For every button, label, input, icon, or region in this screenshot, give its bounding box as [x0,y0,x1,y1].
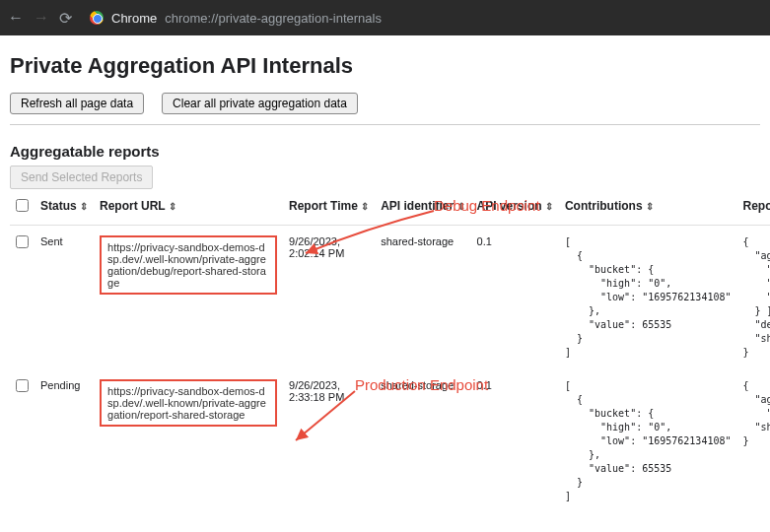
cell-contrib: [ { "bucket": { "high": "0", "low": "169… [565,379,732,503]
cell-status: Sent [35,226,94,370]
row-checkbox[interactable] [16,379,29,392]
col-api-ver[interactable]: API version ⇕ [471,189,559,226]
cell-api-ver: 0.1 [471,369,559,513]
cell-url: https://privacy-sandbox-demos-dsp.dev/.w… [100,379,277,427]
reports-table: Status ⇕ Report URL ⇕ Report Time ⇕ API … [10,189,770,513]
cell-status: Pending [35,369,94,513]
browser-toolbar: ← → ⟳ Chrome chrome://private-aggregatio… [0,0,770,35]
divider [10,124,760,125]
url-scheme: Chrome [111,11,157,26]
url-text: chrome://private-aggregation-internals [165,11,382,26]
select-all-checkbox[interactable] [16,199,29,212]
back-icon[interactable]: ← [8,9,24,27]
url-bar[interactable]: Chrome chrome://private-aggregation-inte… [90,11,382,26]
col-url[interactable]: Report URL ⇕ [94,189,283,226]
table-wrap: Status ⇕ Report URL ⇕ Report Time ⇕ API … [10,189,760,513]
cell-contrib: [ { "bucket": { "high": "0", "low": "169… [565,235,732,360]
forward-icon[interactable]: → [34,9,49,27]
chrome-icon [90,11,104,25]
section-title: Aggregatable reports [10,143,760,160]
col-contrib[interactable]: Contributions ⇕ [559,189,737,226]
row-checkbox[interactable] [16,235,29,248]
cell-time: 9/26/2023, 2:33:18 PM [283,369,375,513]
refresh-button[interactable]: Refresh all page data [10,93,144,114]
cell-body: { "aggregatic "debug_c "key_id" "payloac… [742,235,770,360]
page-content: Private Aggregation API Internals Refres… [0,35,770,523]
action-buttons: Refresh all page data Clear all private … [10,93,760,114]
cell-time: 9/26/2023, 2:02:14 PM [283,226,375,370]
col-body[interactable]: Report Body ⇕ [736,189,770,226]
send-selected-button[interactable]: Send Selected Reports [10,166,153,189]
table-row: Sent https://privacy-sandbox-demos-dsp.d… [10,226,770,370]
cell-api-id: shared-storage [375,369,470,513]
cell-api-id: shared-storage [375,226,470,370]
cell-api-ver: 0.1 [471,226,559,370]
cell-url: https://privacy-sandbox-demos-dsp.dev/.w… [100,235,277,295]
col-status[interactable]: Status ⇕ [35,189,94,226]
col-time[interactable]: Report Time ⇕ [283,189,375,226]
reload-icon[interactable]: ⟳ [59,9,72,28]
clear-button[interactable]: Clear all private aggregation data [162,93,358,114]
table-row: Pending https://privacy-sandbox-demos-ds… [10,369,770,513]
page-title: Private Aggregation API Internals [10,53,760,79]
cell-body: { "aggregatic "debug_key" "shared_inf } [742,379,770,448]
col-api-id[interactable]: API identifier ⇕ [375,189,470,226]
